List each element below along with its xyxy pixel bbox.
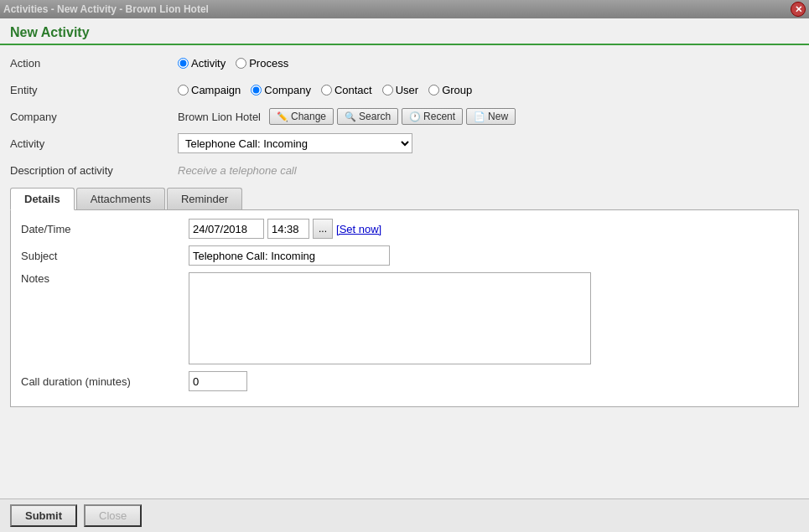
call-duration-row: Call duration (minutes)	[21, 371, 788, 391]
call-duration-label: Call duration (minutes)	[21, 375, 189, 388]
entity-group-option[interactable]: Group	[428, 84, 472, 96]
subject-value	[189, 245, 390, 266]
activity-select[interactable]: Telephone Call: Incoming Telephone Call:…	[178, 133, 412, 153]
dialog-footer: Submit Close	[0, 498, 809, 532]
tab-reminder[interactable]: Reminder	[167, 188, 242, 209]
search-icon: 🔍	[345, 111, 356, 122]
recent-button[interactable]: 🕐 Recent	[402, 108, 463, 125]
subject-row: Subject	[21, 245, 788, 266]
notes-textarea[interactable]	[189, 272, 591, 364]
activity-row: Activity Telephone Call: Incoming Teleph…	[10, 132, 799, 154]
action-activity-radio[interactable]	[178, 58, 189, 69]
title-bar-text: Activities - New Activity - Brown Lion H…	[3, 3, 791, 15]
recent-icon: 🕐	[409, 111, 421, 122]
entity-user-option[interactable]: User	[382, 84, 418, 96]
search-label: Search	[359, 111, 391, 122]
tab-attachments[interactable]: Attachments	[76, 188, 165, 209]
datetime-label: Date/Time	[21, 223, 189, 235]
entity-company-option[interactable]: Company	[251, 84, 311, 96]
action-process-label: Process	[249, 57, 288, 70]
description-control: Receive a telephone call	[178, 164, 799, 177]
subject-input[interactable]	[189, 245, 390, 266]
company-name: Brown Lion Hotel	[178, 111, 261, 123]
search-button[interactable]: 🔍 Search	[337, 108, 398, 125]
duration-input[interactable]	[189, 371, 247, 391]
entity-campaign-label: Campaign	[191, 84, 241, 96]
action-process-option[interactable]: Process	[236, 57, 288, 70]
dialog-title: New Activity	[10, 25, 799, 40]
entity-campaign-option[interactable]: Campaign	[178, 84, 241, 96]
notes-row: Notes	[21, 272, 788, 364]
dialog-header: New Activity	[0, 18, 809, 45]
datetime-value: ... [Set now]	[189, 219, 381, 239]
entity-company-label: Company	[264, 84, 311, 96]
change-icon: ✏️	[277, 111, 288, 122]
subject-label: Subject	[21, 250, 189, 262]
close-button[interactable]: Close	[84, 504, 142, 527]
company-controls: Brown Lion Hotel ✏️ Change 🔍 Search 🕐 Re…	[178, 108, 799, 125]
new-icon: 📄	[474, 111, 485, 122]
action-row: Action Activity Process	[10, 52, 799, 74]
call-duration-value	[189, 371, 247, 391]
entity-group-radio[interactable]	[428, 85, 439, 96]
calendar-button[interactable]: ...	[313, 219, 333, 239]
dialog: New Activity Action Activity Process Ent…	[0, 18, 809, 532]
tab-details[interactable]: Details	[10, 188, 75, 210]
title-bar: Activities - New Activity - Brown Lion H…	[0, 0, 809, 18]
action-process-radio[interactable]	[236, 58, 246, 69]
time-input[interactable]	[267, 219, 309, 239]
entity-group-label: Group	[442, 84, 472, 96]
submit-button[interactable]: Submit	[10, 504, 77, 527]
entity-contact-option[interactable]: Contact	[321, 84, 372, 96]
change-label: Change	[291, 111, 326, 122]
entity-label: Entity	[10, 84, 178, 96]
notes-value	[189, 272, 591, 364]
dialog-body: Action Activity Process Entity Campaign	[0, 45, 809, 498]
date-input[interactable]	[189, 219, 264, 239]
entity-row: Entity Campaign Company Contact User	[10, 79, 799, 101]
new-label: New	[488, 111, 508, 122]
description-row: Description of activity Receive a teleph…	[10, 159, 799, 181]
entity-user-label: User	[396, 84, 418, 96]
action-radio-group: Activity Process	[178, 57, 799, 70]
new-button[interactable]: 📄 New	[466, 108, 516, 125]
description-value: Receive a telephone call	[178, 164, 297, 177]
description-label: Description of activity	[10, 164, 178, 177]
datetime-row: Date/Time ... [Set now]	[21, 219, 788, 239]
activity-label: Activity	[10, 137, 178, 150]
action-activity-option[interactable]: Activity	[178, 57, 226, 70]
activity-control: Telephone Call: Incoming Telephone Call:…	[178, 133, 799, 153]
change-button[interactable]: ✏️ Change	[269, 108, 334, 125]
tab-content: Date/Time ... [Set now] Subject Notes	[10, 210, 799, 407]
company-label: Company	[10, 111, 178, 123]
entity-campaign-radio[interactable]	[178, 85, 189, 96]
entity-company-radio[interactable]	[251, 85, 262, 96]
action-label: Action	[10, 57, 178, 70]
entity-radio-group: Campaign Company Contact User Group	[178, 84, 799, 96]
company-row: Company Brown Lion Hotel ✏️ Change 🔍 Sea…	[10, 106, 799, 127]
entity-user-radio[interactable]	[382, 85, 393, 96]
entity-contact-label: Contact	[334, 84, 372, 96]
set-now-link[interactable]: [Set now]	[336, 223, 381, 235]
close-icon[interactable]: ✕	[791, 2, 806, 17]
notes-label: Notes	[21, 272, 189, 285]
recent-label: Recent	[423, 111, 455, 122]
tabs-bar: Details Attachments Reminder	[10, 188, 799, 210]
entity-contact-radio[interactable]	[321, 85, 332, 96]
action-activity-label: Activity	[191, 57, 226, 70]
